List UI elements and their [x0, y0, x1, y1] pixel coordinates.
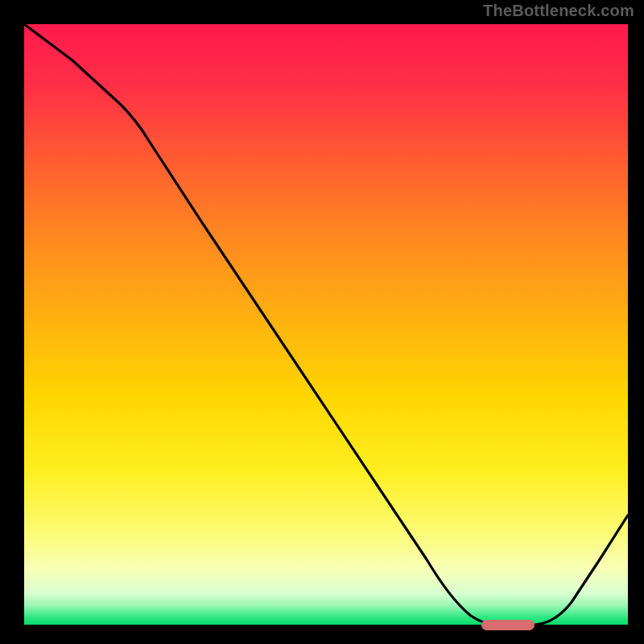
- valley-marker: [481, 620, 535, 630]
- watermark-text: TheBottleneck.com: [483, 2, 634, 20]
- plot-area: [24, 24, 628, 626]
- chart-stage: TheBottleneck.com: [0, 0, 644, 644]
- chart-svg: [0, 0, 644, 644]
